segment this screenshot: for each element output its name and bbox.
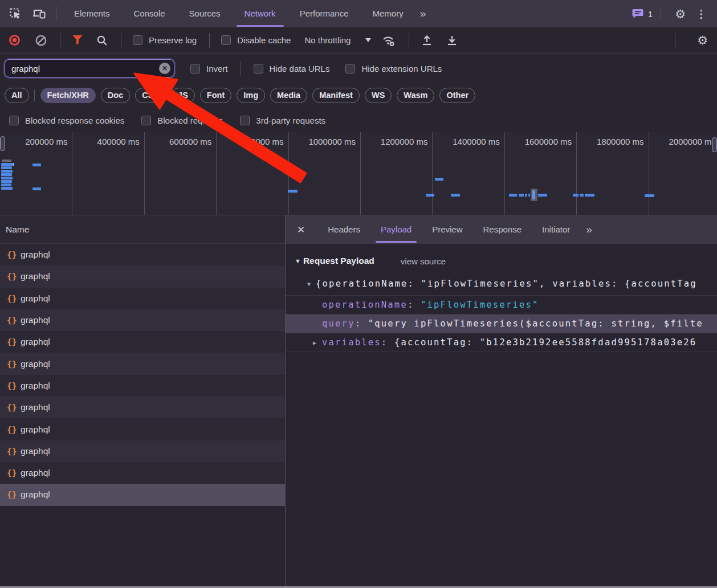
request-row[interactable]: {} graphql bbox=[0, 418, 285, 440]
network-request-bar[interactable] bbox=[426, 194, 434, 197]
more-tabs-icon[interactable]: » bbox=[415, 7, 431, 20]
resource-type-chip[interactable]: Font bbox=[200, 88, 231, 103]
panel-tab[interactable]: Sources bbox=[177, 0, 233, 27]
device-toolbar-icon[interactable] bbox=[32, 6, 47, 21]
detail-tab[interactable]: Payload bbox=[370, 215, 422, 244]
network-request-bar[interactable] bbox=[528, 194, 530, 197]
extra-filter-checkbox[interactable]: 3rd-party requests bbox=[240, 116, 325, 125]
filter-input[interactable] bbox=[5, 59, 174, 77]
expand-arrow-icon[interactable]: ▶ bbox=[313, 340, 316, 346]
request-row[interactable]: {} graphql bbox=[0, 309, 285, 331]
panel-tab[interactable]: Performance bbox=[288, 0, 361, 27]
network-request-bar[interactable] bbox=[580, 194, 584, 197]
close-detail-icon[interactable]: ✕ bbox=[294, 224, 308, 236]
request-row[interactable]: {} graphql bbox=[0, 266, 285, 287]
panel-tab[interactable]: Console bbox=[122, 0, 177, 27]
network-request-bar[interactable] bbox=[13, 163, 14, 166]
detail-tab[interactable]: Headers bbox=[317, 215, 370, 244]
view-source-link[interactable]: view source bbox=[401, 256, 446, 266]
checkbox-box[interactable] bbox=[254, 64, 263, 74]
clear-filter-icon[interactable]: ✕ bbox=[159, 63, 170, 74]
network-request-bar[interactable] bbox=[1, 170, 13, 173]
network-request-bar[interactable] bbox=[538, 194, 547, 197]
kebab-menu-icon[interactable]: ⋮ bbox=[694, 9, 709, 19]
overview-right-handle[interactable] bbox=[712, 137, 717, 152]
network-request-bar[interactable] bbox=[288, 190, 298, 193]
hide-extension-urls-checkbox[interactable]: Hide extension URLs bbox=[345, 64, 442, 74]
detail-tab[interactable]: Response bbox=[473, 215, 532, 244]
panel-resize-divider[interactable] bbox=[285, 215, 286, 588]
checkbox-box[interactable] bbox=[141, 116, 151, 125]
checkbox-box[interactable] bbox=[190, 64, 200, 74]
issues-badge[interactable]: 1 bbox=[632, 8, 653, 19]
throttling-select[interactable]: No throttling bbox=[304, 35, 371, 45]
network-request-bar[interactable] bbox=[32, 164, 41, 166]
record-button[interactable] bbox=[9, 35, 20, 46]
search-icon[interactable] bbox=[96, 34, 108, 47]
payload-tree-row[interactable]: ▶ variables: {accountTag: "b12e3b2192ee5… bbox=[286, 333, 717, 352]
overview-timeline[interactable]: 200000 ms400000 ms600000 ms800000 ms1000… bbox=[0, 132, 717, 215]
network-request-bar[interactable] bbox=[1, 163, 13, 166]
network-request-bar[interactable] bbox=[2, 160, 11, 162]
name-column-header[interactable]: Name bbox=[0, 215, 285, 244]
more-detail-tabs-icon[interactable]: » bbox=[581, 223, 597, 236]
request-row[interactable]: {} graphql bbox=[0, 484, 285, 505]
request-row[interactable]: {} graphql bbox=[0, 462, 285, 484]
payload-tree-row[interactable]: operationName: "ipFlowTimeseries" bbox=[286, 296, 717, 315]
detail-tab[interactable]: Preview bbox=[422, 215, 472, 244]
resource-type-chip[interactable]: CSS bbox=[135, 88, 166, 103]
payload-tree-row[interactable]: query: "query ipFlowTimeseries($accountT… bbox=[286, 315, 717, 333]
resource-type-chip[interactable]: Doc bbox=[101, 88, 130, 103]
settings-gear-icon[interactable]: ⚙ bbox=[675, 8, 686, 20]
network-settings-gear-icon[interactable]: ⚙ bbox=[697, 34, 708, 46]
network-request-bar[interactable] bbox=[1, 180, 12, 183]
import-har-icon[interactable] bbox=[421, 34, 433, 47]
clear-network-log-icon[interactable] bbox=[35, 34, 47, 47]
network-request-bar[interactable] bbox=[1, 183, 11, 186]
collapse-arrow-icon[interactable]: ▼ bbox=[307, 281, 311, 287]
network-request-bar[interactable] bbox=[509, 194, 517, 197]
network-request-bar[interactable] bbox=[645, 194, 654, 197]
network-request-bar[interactable] bbox=[435, 178, 443, 181]
hide-data-urls-checkbox[interactable]: Hide data URLs bbox=[254, 64, 330, 74]
extra-filter-checkbox[interactable]: Blocked requests bbox=[141, 116, 223, 125]
panel-tab[interactable]: Memory bbox=[361, 0, 415, 27]
checkbox-box[interactable] bbox=[9, 116, 19, 125]
resource-type-chip[interactable]: Media bbox=[270, 88, 307, 103]
resource-type-chip[interactable]: Manifest bbox=[312, 88, 360, 103]
extra-filter-checkbox[interactable]: Blocked response cookies bbox=[9, 116, 124, 125]
checkbox-box[interactable] bbox=[133, 35, 142, 45]
network-request-bar[interactable] bbox=[1, 177, 13, 179]
network-request-bar[interactable] bbox=[573, 194, 579, 197]
resource-type-chip[interactable]: All bbox=[5, 88, 29, 103]
invert-checkbox[interactable]: Invert bbox=[190, 64, 228, 74]
network-request-bar[interactable] bbox=[32, 187, 41, 190]
checkbox-box[interactable] bbox=[221, 35, 231, 45]
disable-cache-checkbox[interactable]: Disable cache bbox=[221, 35, 291, 45]
resource-type-chip[interactable]: Wasm bbox=[397, 88, 434, 103]
network-request-bar[interactable] bbox=[1, 187, 13, 190]
resource-type-chip[interactable]: WS bbox=[365, 88, 392, 103]
export-har-icon[interactable] bbox=[446, 34, 458, 47]
panel-tab[interactable]: Elements bbox=[62, 0, 122, 27]
resource-type-chip[interactable]: Other bbox=[439, 88, 475, 103]
network-request-bar[interactable] bbox=[1, 166, 12, 169]
preserve-log-checkbox[interactable]: Preserve log bbox=[133, 35, 197, 45]
network-conditions-icon[interactable] bbox=[381, 34, 396, 47]
resource-type-chip[interactable]: Fetch/XHR bbox=[40, 88, 96, 103]
inspect-element-icon[interactable] bbox=[8, 6, 23, 21]
request-row[interactable]: {} graphql bbox=[0, 331, 285, 353]
network-request-bar[interactable] bbox=[525, 194, 527, 197]
resource-type-chip[interactable]: Img bbox=[237, 88, 265, 103]
request-row[interactable]: {} graphql bbox=[0, 375, 285, 397]
request-row[interactable]: {} graphql bbox=[0, 440, 285, 462]
request-row[interactable]: {} graphql bbox=[0, 353, 285, 374]
network-request-bar[interactable] bbox=[451, 194, 460, 197]
panel-tab[interactable]: Network bbox=[233, 0, 288, 27]
checkbox-box[interactable] bbox=[345, 64, 355, 74]
request-row[interactable]: {} graphql bbox=[0, 397, 285, 418]
network-request-bar[interactable] bbox=[519, 194, 524, 197]
network-request-bar[interactable] bbox=[532, 190, 535, 199]
payload-raw-preview[interactable]: ▼ {operationName: "ipFlowTimeseries", va… bbox=[307, 277, 717, 291]
network-request-bar[interactable] bbox=[1, 173, 12, 176]
